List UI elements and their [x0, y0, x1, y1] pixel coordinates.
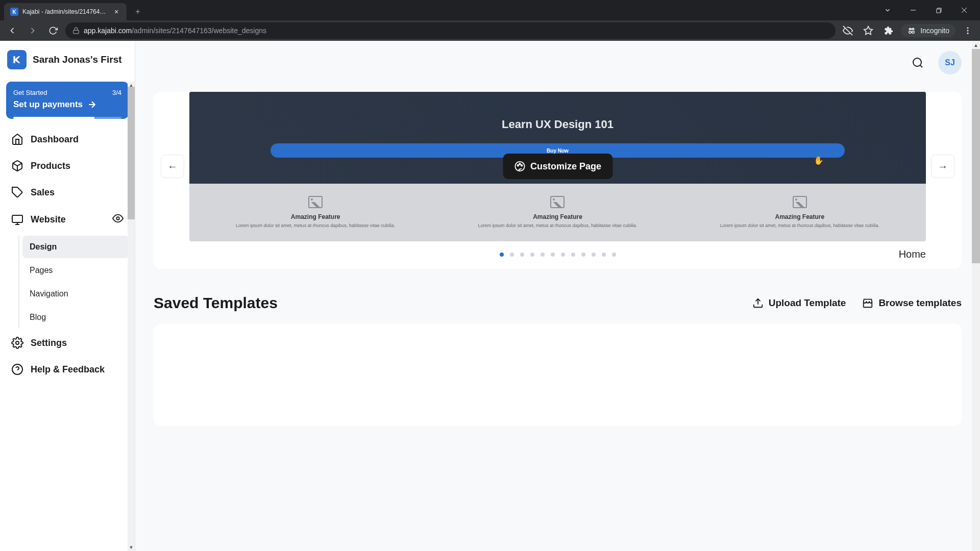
url-path: /admin/sites/2147647163/website_designs: [132, 27, 266, 35]
carousel-dot[interactable]: [551, 253, 555, 257]
feature-desc: Lorem ipsum dolor sit amet, metus at rho…: [442, 222, 673, 229]
eye-blocked-icon[interactable]: [840, 22, 856, 39]
browser-tab[interactable]: K Kajabi - /admin/sites/2147647163 ×: [4, 3, 127, 20]
get-started-card[interactable]: Get Started 3/4 Set up payments: [6, 82, 129, 119]
nav-sales[interactable]: Sales: [6, 179, 129, 206]
reload-button[interactable]: [45, 22, 61, 39]
eye-icon[interactable]: [112, 213, 124, 227]
preview-frame[interactable]: Learn UX Design 101 Buy Now Amazing Feat…: [189, 92, 926, 241]
carousel-next-button[interactable]: →: [931, 155, 954, 178]
box-icon: [11, 160, 23, 172]
main-content: SJ ← → Learn UX Design 101 Buy Now: [135, 41, 980, 551]
address-bar: app.kajabi.com/admin/sites/2147647163/we…: [0, 20, 980, 41]
subnav-blog[interactable]: Blog: [22, 306, 129, 329]
nav-list: Dashboard Products Sales Website Design …: [0, 126, 135, 551]
sidebar-header: Sarah Jonas's First: [0, 41, 135, 79]
feature-desc: Lorem ipsum dolor sit amet, metus at rho…: [200, 222, 431, 229]
svg-point-9: [967, 27, 969, 29]
main-scrollbar[interactable]: ▲: [972, 41, 980, 551]
nav-settings[interactable]: Settings: [6, 330, 129, 356]
carousel-dot[interactable]: [571, 253, 575, 257]
scroll-down-icon[interactable]: ▼: [128, 544, 135, 551]
user-avatar[interactable]: SJ: [938, 51, 962, 74]
incognito-badge[interactable]: Incognito: [901, 24, 955, 37]
carousel-dot[interactable]: [581, 253, 585, 257]
carousel-dots: [500, 253, 616, 257]
nav-settings-label: Settings: [31, 338, 67, 348]
carousel-dot[interactable]: [500, 253, 504, 257]
carousel-dot[interactable]: [510, 253, 514, 257]
browse-templates-button[interactable]: Browse templates: [862, 297, 962, 309]
customize-page-button[interactable]: Customize Page: [503, 154, 612, 179]
extensions-icon[interactable]: [880, 22, 897, 39]
sidebar-scrollbar[interactable]: ▲ ▼: [128, 82, 135, 551]
new-tab-button[interactable]: +: [131, 5, 145, 19]
svg-point-11: [967, 33, 969, 34]
incognito-label: Incognito: [920, 27, 949, 35]
carousel-dot[interactable]: [530, 253, 534, 257]
close-tab-icon[interactable]: ×: [112, 8, 120, 16]
upload-icon: [752, 297, 764, 309]
close-window-icon[interactable]: [952, 2, 976, 18]
get-started-label: Get Started: [13, 89, 47, 96]
svg-point-18: [116, 217, 119, 220]
svg-rect-1: [936, 9, 940, 12]
nav-help-label: Help & Feedback: [31, 364, 105, 375]
url-field[interactable]: app.kajabi.com/admin/sites/2147647163/we…: [65, 22, 836, 39]
home-icon: [11, 133, 23, 145]
browse-templates-label: Browse templates: [878, 297, 962, 309]
carousel-dot[interactable]: [520, 253, 524, 257]
image-placeholder-icon: [550, 196, 565, 208]
carousel-dot[interactable]: [592, 253, 596, 257]
kebab-menu-icon[interactable]: [960, 22, 976, 39]
nav-sales-label: Sales: [31, 187, 55, 198]
kajabi-logo[interactable]: [7, 50, 27, 69]
carousel-dot[interactable]: [612, 253, 616, 257]
subnav-design[interactable]: Design: [22, 236, 129, 258]
upload-template-label: Upload Template: [769, 297, 846, 309]
preview-page-name: Home: [899, 248, 926, 260]
carousel-dot[interactable]: [541, 253, 545, 257]
nav-website[interactable]: Website: [6, 206, 129, 234]
topbar: SJ: [889, 41, 980, 85]
templates-empty-card: [154, 324, 962, 426]
subnav-pages[interactable]: Pages: [22, 259, 129, 282]
search-icon: [912, 57, 924, 69]
svg-point-19: [16, 341, 19, 344]
svg-point-7: [909, 31, 912, 34]
nav-dashboard[interactable]: Dashboard: [6, 126, 129, 153]
search-button[interactable]: [908, 53, 928, 73]
minimize-icon[interactable]: [901, 2, 925, 18]
nav-products[interactable]: Products: [6, 153, 129, 179]
carousel-dot[interactable]: [561, 253, 565, 257]
back-button[interactable]: [4, 22, 20, 39]
tag-icon: [11, 186, 23, 198]
url-domain: app.kajabi.com: [84, 27, 132, 35]
maximize-icon[interactable]: [927, 2, 950, 18]
carousel-prev-button[interactable]: ←: [161, 155, 184, 178]
scrollbar-thumb[interactable]: [128, 87, 135, 219]
svg-marker-6: [864, 27, 873, 35]
subnav-navigation[interactable]: Navigation: [22, 283, 129, 305]
svg-line-23: [920, 65, 922, 67]
storefront-icon: [862, 297, 873, 309]
templates-heading: Saved Templates: [154, 294, 278, 312]
carousel-dot[interactable]: [602, 253, 606, 257]
chevron-down-icon[interactable]: [876, 2, 899, 18]
nav-products-label: Products: [31, 161, 70, 171]
page-preview-card: ← → Learn UX Design 101 Buy Now Amazing …: [154, 92, 962, 269]
nav-help[interactable]: Help & Feedback: [6, 356, 129, 383]
svg-point-22: [913, 58, 921, 66]
forward-button[interactable]: [24, 22, 41, 39]
arrow-right-icon: [87, 99, 97, 110]
hero-title: Learn UX Design 101: [502, 118, 614, 131]
upload-template-button[interactable]: Upload Template: [752, 297, 846, 309]
nav-dashboard-label: Dashboard: [31, 134, 79, 145]
kajabi-favicon: K: [10, 8, 18, 16]
feature-title: Amazing Feature: [684, 213, 916, 220]
feature-desc: Lorem ipsum dolor sit amet, metus at rho…: [684, 222, 916, 229]
star-icon[interactable]: [860, 22, 876, 39]
scroll-up-icon[interactable]: ▲: [128, 82, 135, 89]
window-controls: [876, 2, 976, 18]
svg-point-10: [967, 30, 969, 32]
